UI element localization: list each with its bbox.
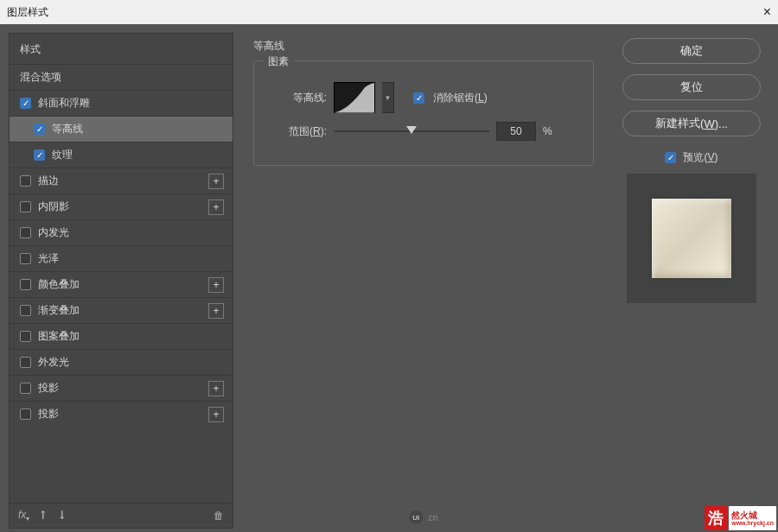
style-checkbox[interactable] <box>20 383 31 394</box>
style-label: 光泽 <box>38 251 224 266</box>
style-label: 等高线 <box>52 122 224 136</box>
antialias-label: 消除锯齿(L) <box>433 91 488 105</box>
style-item[interactable]: 描边+ <box>10 168 233 193</box>
style-label: 纹理 <box>52 148 224 162</box>
new-style-button[interactable]: 新建样式(W)... <box>622 111 761 136</box>
contour-picker[interactable] <box>334 82 375 113</box>
styles-footer: fx▾ 🠕 🠗 🗑 <box>10 503 233 528</box>
slider-thumb-icon[interactable] <box>406 126 417 134</box>
style-item[interactable]: ✓纹理 <box>10 142 233 168</box>
blend-options-row[interactable]: 混合选项 <box>10 64 233 90</box>
add-effect-icon[interactable]: + <box>208 303 224 319</box>
close-icon[interactable]: × <box>763 4 771 20</box>
style-item[interactable]: 光泽 <box>10 245 233 271</box>
style-label: 描边 <box>38 174 208 188</box>
actions-panel: 确定 复位 新建样式(W)... ✓ 预览(V) <box>614 33 769 529</box>
style-label: 内发光 <box>38 225 224 240</box>
elements-fieldset: 图素 等高线: ▼ ✓ 消除锯齿(L) 范围(R): <box>253 60 594 166</box>
contour-row: 等高线: ▼ ✓ 消除锯齿(L) <box>266 82 581 113</box>
style-label: 渐变叠加 <box>38 303 208 318</box>
style-checkbox[interactable] <box>20 357 31 368</box>
fieldset-legend: 图素 <box>263 54 294 69</box>
add-effect-icon[interactable]: + <box>208 381 224 396</box>
style-item[interactable]: ✓斜面和浮雕 <box>10 90 233 116</box>
style-label: 斜面和浮雕 <box>38 96 224 111</box>
ok-button[interactable]: 确定 <box>622 38 761 64</box>
style-item[interactable]: 外发光 <box>10 349 233 375</box>
range-slider[interactable] <box>334 130 489 132</box>
style-label: 图案叠加 <box>38 329 224 344</box>
style-item[interactable]: 颜色叠加+ <box>10 271 233 297</box>
trash-icon[interactable]: 🗑 <box>214 510 224 522</box>
add-effect-icon[interactable]: + <box>208 407 224 422</box>
section-title: 等高线 <box>253 39 594 54</box>
style-label: 外发光 <box>38 355 224 370</box>
watermark: 浩 然火城www.hryckj.cn <box>705 506 776 530</box>
preview-box <box>627 174 756 303</box>
style-checkbox[interactable] <box>20 305 31 316</box>
style-label: 投影 <box>38 407 208 421</box>
style-item[interactable]: 内发光 <box>10 219 233 245</box>
style-item[interactable]: 内阴影+ <box>10 193 233 219</box>
style-item[interactable]: 投影+ <box>10 375 233 401</box>
style-checkbox[interactable] <box>20 331 31 342</box>
antialias-checkbox[interactable]: ✓ <box>413 92 424 104</box>
style-label: 颜色叠加 <box>38 277 208 292</box>
style-checkbox[interactable]: ✓ <box>34 149 45 161</box>
preview-checkbox[interactable]: ✓ <box>665 152 676 163</box>
add-effect-icon[interactable]: + <box>208 277 224 293</box>
range-label: 范围(R): <box>266 124 327 139</box>
add-effect-icon[interactable]: + <box>208 200 224 215</box>
up-arrow-icon[interactable]: 🠕 <box>38 510 48 522</box>
preview-swatch <box>652 199 731 278</box>
styles-header[interactable]: 样式 <box>10 34 233 64</box>
style-item[interactable]: 投影+ <box>10 401 233 427</box>
style-label: 内阴影 <box>38 200 208 214</box>
reset-button[interactable]: 复位 <box>622 74 761 100</box>
style-checkbox[interactable] <box>20 408 31 420</box>
preview-label: 预览(V) <box>683 150 717 165</box>
ui-logo: UI.cn <box>409 510 437 524</box>
style-checkbox[interactable]: ✓ <box>34 124 45 135</box>
style-item[interactable]: 渐变叠加+ <box>10 297 233 323</box>
style-item[interactable]: 图案叠加 <box>10 323 233 349</box>
styles-panel: 样式 混合选项 ✓斜面和浮雕✓等高线✓纹理描边+内阴影+内发光光泽颜色叠加+渐变… <box>9 33 233 529</box>
style-item[interactable]: ✓等高线 <box>10 116 233 142</box>
title-bar: 图层样式 × <box>0 0 778 24</box>
style-checkbox[interactable] <box>20 175 31 187</box>
style-checkbox[interactable]: ✓ <box>20 98 31 109</box>
contour-label: 等高线: <box>266 91 327 105</box>
dialog-title: 图层样式 <box>7 5 48 20</box>
preview-toggle-row: ✓ 预览(V) <box>665 150 717 165</box>
dialog-body: 样式 混合选项 ✓斜面和浮雕✓等高线✓纹理描边+内阴影+内发光光泽颜色叠加+渐变… <box>0 24 778 532</box>
settings-panel: 等高线 图素 等高线: ▼ ✓ 消除锯齿(L) 范围(R): <box>242 33 605 529</box>
add-effect-icon[interactable]: + <box>208 174 224 189</box>
style-checkbox[interactable] <box>20 279 31 290</box>
range-input[interactable] <box>496 122 536 141</box>
style-checkbox[interactable] <box>20 253 31 264</box>
percent-label: % <box>543 125 552 137</box>
range-row: 范围(R): % <box>266 122 581 141</box>
style-checkbox[interactable] <box>20 201 31 212</box>
fx-icon[interactable]: fx▾ <box>18 509 29 522</box>
contour-dropdown-icon[interactable]: ▼ <box>382 82 394 113</box>
style-label: 投影 <box>38 381 208 396</box>
down-arrow-icon[interactable]: 🠗 <box>57 510 67 522</box>
blend-options-label: 混合选项 <box>20 70 224 85</box>
style-checkbox[interactable] <box>20 227 31 238</box>
